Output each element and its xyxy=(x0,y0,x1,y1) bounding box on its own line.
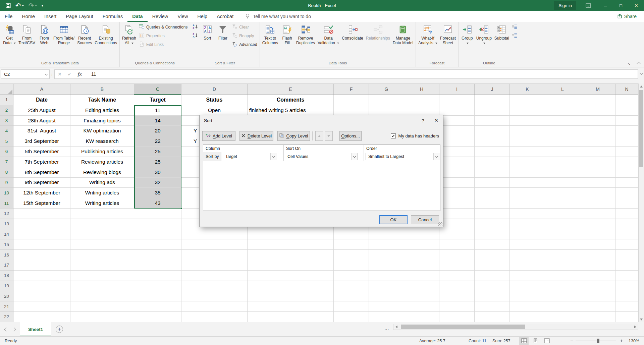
recent-sources-button[interactable]: RecentSources xyxy=(76,22,93,60)
move-down-button[interactable] xyxy=(325,131,333,141)
cell-E16[interactable] xyxy=(248,250,334,260)
cell-G16[interactable] xyxy=(369,250,404,260)
cell-N3[interactable] xyxy=(615,116,638,126)
outline-dialog-launcher-icon[interactable]: ↘ xyxy=(627,61,631,66)
cell-M21[interactable] xyxy=(580,301,615,312)
cell-N13[interactable] xyxy=(615,219,638,229)
cell-J1[interactable] xyxy=(475,95,510,105)
cell-C22[interactable] xyxy=(134,312,181,322)
cell-B15[interactable] xyxy=(70,239,134,250)
cell-M2[interactable] xyxy=(580,105,615,116)
cell-I18[interactable] xyxy=(439,271,475,281)
row-header-4[interactable]: 4 xyxy=(0,126,13,136)
cell-K7[interactable] xyxy=(510,157,545,167)
cell-G20[interactable] xyxy=(369,291,404,301)
cell-N21[interactable] xyxy=(615,301,638,312)
column-header-H[interactable]: H xyxy=(404,84,439,95)
cell-K8[interactable] xyxy=(510,167,545,178)
tab-review[interactable]: Review xyxy=(148,11,173,22)
cell-I19[interactable] xyxy=(439,281,475,291)
collapse-ribbon-icon[interactable] xyxy=(637,62,640,65)
cell-B20[interactable] xyxy=(70,291,134,301)
cell-A4[interactable]: 31st August xyxy=(13,126,70,136)
cell-E2[interactable]: finished writing 5 articles xyxy=(248,105,334,116)
cell-M16[interactable] xyxy=(580,250,615,260)
cell-B19[interactable] xyxy=(70,281,134,291)
cell-H21[interactable] xyxy=(404,301,439,312)
page-break-preview-icon[interactable] xyxy=(542,337,551,345)
cell-K22[interactable] xyxy=(510,312,545,322)
cell-N2[interactable] xyxy=(615,105,638,116)
get-data-button[interactable]: GetData xyxy=(2,22,17,60)
cell-I20[interactable] xyxy=(439,291,475,301)
cell-N9[interactable] xyxy=(615,178,638,188)
cell-L11[interactable] xyxy=(545,198,580,209)
cell-B10[interactable]: Writing articles xyxy=(70,188,134,198)
cell-C14[interactable] xyxy=(134,229,181,240)
cell-J19[interactable] xyxy=(475,281,510,291)
cell-D21[interactable] xyxy=(181,301,248,312)
cell-N19[interactable] xyxy=(615,281,638,291)
cell-M9[interactable] xyxy=(580,178,615,188)
zoom-out-button[interactable]: − xyxy=(570,337,573,345)
cell-L21[interactable] xyxy=(545,301,580,312)
cell-K1[interactable] xyxy=(510,95,545,105)
sign-in-button[interactable]: Sign in xyxy=(554,1,576,10)
cell-B5[interactable]: KW reasearch xyxy=(70,136,134,147)
row-header-18[interactable]: 18 xyxy=(0,271,13,281)
row-header-13[interactable]: 13 xyxy=(0,219,13,229)
sheet-scroll-right-icon[interactable] xyxy=(12,327,16,332)
cell-K16[interactable] xyxy=(510,250,545,260)
cell-L8[interactable] xyxy=(545,167,580,178)
cell-L13[interactable] xyxy=(545,219,580,229)
forecast-sheet-button[interactable]: ForecastSheet xyxy=(439,22,457,60)
tab-bar-splitter[interactable]: ⋯ xyxy=(384,327,390,332)
cell-N5[interactable] xyxy=(615,136,638,147)
cell-G21[interactable] xyxy=(369,301,404,312)
cell-K10[interactable] xyxy=(510,188,545,198)
cell-G17[interactable] xyxy=(369,260,404,271)
cell-I22[interactable] xyxy=(439,312,475,322)
cell-J13[interactable] xyxy=(475,219,510,229)
cell-N1[interactable] xyxy=(615,95,638,105)
column-header-N[interactable]: N xyxy=(615,84,638,95)
flash-fill-button[interactable]: FlashFill xyxy=(279,22,295,60)
cell-F17[interactable] xyxy=(334,260,369,271)
row-header-15[interactable]: 15 xyxy=(0,239,13,250)
cell-J20[interactable] xyxy=(475,291,510,301)
tab-home[interactable]: Home xyxy=(17,11,40,22)
cell-J16[interactable] xyxy=(475,250,510,260)
cell-H17[interactable] xyxy=(404,260,439,271)
cell-L16[interactable] xyxy=(545,250,580,260)
name-box[interactable]: C2 xyxy=(1,69,50,79)
cell-I4[interactable] xyxy=(439,126,475,136)
cell-M1[interactable] xyxy=(580,95,615,105)
cell-H20[interactable] xyxy=(404,291,439,301)
cell-L12[interactable] xyxy=(545,209,580,219)
delete-level-button[interactable]: Delete Level xyxy=(239,131,273,141)
cell-C1[interactable]: Target xyxy=(134,95,181,105)
cell-M17[interactable] xyxy=(580,260,615,271)
cell-C19[interactable] xyxy=(134,281,181,291)
cell-N15[interactable] xyxy=(615,239,638,250)
cell-G15[interactable] xyxy=(369,239,404,250)
cell-M13[interactable] xyxy=(580,219,615,229)
cell-J3[interactable] xyxy=(475,116,510,126)
cell-D15[interactable] xyxy=(181,239,248,250)
cell-A22[interactable] xyxy=(13,312,70,322)
cell-A6[interactable]: 5th September xyxy=(13,147,70,157)
cell-G1[interactable] xyxy=(369,95,404,105)
cell-E15[interactable] xyxy=(248,239,334,250)
cell-C16[interactable] xyxy=(134,250,181,260)
cell-L4[interactable] xyxy=(545,126,580,136)
cell-K12[interactable] xyxy=(510,209,545,219)
cell-N16[interactable] xyxy=(615,250,638,260)
cell-K2[interactable] xyxy=(510,105,545,116)
row-header-9[interactable]: 9 xyxy=(0,178,13,188)
cell-C4[interactable]: 20 xyxy=(134,126,181,136)
column-header-B[interactable]: B xyxy=(70,84,134,95)
cell-H19[interactable] xyxy=(404,281,439,291)
row-header-11[interactable]: 11 xyxy=(0,198,13,209)
cell-B22[interactable] xyxy=(70,312,134,322)
cell-H18[interactable] xyxy=(404,271,439,281)
